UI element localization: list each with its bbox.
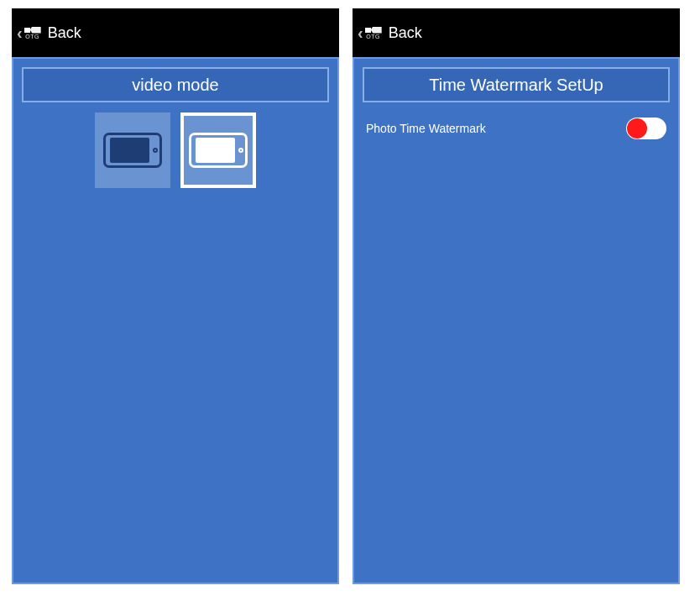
- otg-icon: OTG: [365, 27, 382, 39]
- topbar: ‹ OTG Back: [353, 8, 680, 57]
- content-panel: Time Watermark SetUp Photo Time Watermar…: [353, 57, 680, 584]
- device-landscape-light-icon: [189, 133, 248, 168]
- screen-video-mode: ‹ OTG Back video mode: [12, 8, 339, 584]
- video-mode-options: [22, 112, 329, 188]
- otg-label: OTG: [366, 34, 380, 39]
- title-bar: video mode: [22, 67, 329, 102]
- title-bar: Time Watermark SetUp: [363, 67, 670, 102]
- topbar: ‹ OTG Back: [12, 8, 339, 57]
- video-mode-option-light[interactable]: [180, 112, 256, 188]
- otg-label: OTG: [25, 34, 39, 39]
- setting-row-photo-time-watermark: Photo Time Watermark: [363, 112, 670, 144]
- back-button[interactable]: Back: [389, 24, 422, 42]
- video-mode-option-dark[interactable]: [95, 112, 170, 188]
- title-text: Time Watermark SetUp: [429, 76, 603, 95]
- back-button[interactable]: Back: [48, 24, 81, 42]
- toggle-knob-icon: [627, 118, 647, 139]
- dual-screen-container: ‹ OTG Back video mode: [0, 0, 700, 596]
- content-panel: video mode: [12, 57, 339, 584]
- device-landscape-dark-icon: [103, 133, 162, 168]
- screen-time-watermark: ‹ OTG Back Time Watermark SetUp Photo Ti…: [353, 8, 680, 584]
- title-text: video mode: [132, 76, 218, 95]
- back-chevron-icon[interactable]: ‹: [358, 24, 363, 43]
- otg-icon: OTG: [24, 27, 41, 39]
- photo-time-watermark-toggle[interactable]: [626, 118, 666, 139]
- back-chevron-icon[interactable]: ‹: [17, 24, 23, 43]
- setting-label: Photo Time Watermark: [366, 122, 486, 135]
